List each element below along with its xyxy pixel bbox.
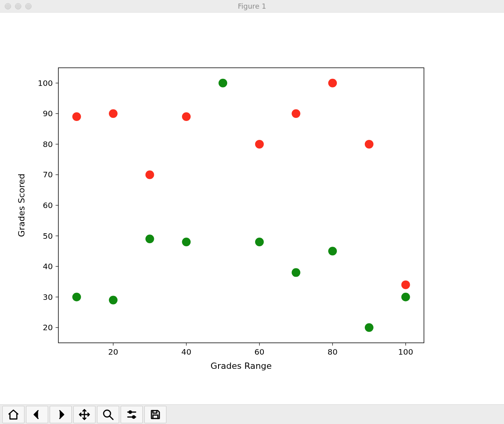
- configure-button[interactable]: [121, 406, 143, 423]
- svg-text:30: 30: [43, 292, 53, 302]
- scatter-point: [255, 238, 264, 246]
- zoom-button[interactable]: [97, 406, 119, 423]
- scatter-point: [365, 140, 373, 149]
- save-icon: [149, 409, 161, 420]
- window-close-button[interactable]: [5, 3, 11, 9]
- move-icon: [78, 409, 90, 420]
- scatter-point: [328, 247, 337, 256]
- svg-text:20: 20: [108, 347, 118, 357]
- scatter-point: [292, 268, 301, 277]
- svg-text:40: 40: [181, 347, 191, 357]
- svg-text:70: 70: [43, 170, 53, 180]
- back-button[interactable]: [26, 406, 48, 423]
- svg-text:60: 60: [43, 201, 53, 210]
- scatter-point: [109, 110, 118, 118]
- svg-point-31: [133, 416, 135, 418]
- y-axis-label: Grades Scored: [17, 174, 26, 237]
- sliders-icon: [126, 409, 138, 420]
- svg-text:100: 100: [38, 78, 53, 88]
- window-zoom-button[interactable]: [25, 3, 32, 9]
- plot-canvas[interactable]: 204060801002030405060708090100 Grades Ra…: [0, 13, 504, 404]
- home-button[interactable]: [2, 406, 24, 423]
- scatter-point: [146, 235, 154, 244]
- scatter-point: [401, 281, 410, 289]
- scatter-point: [401, 293, 410, 301]
- pan-button[interactable]: [73, 406, 95, 423]
- scatter-point: [182, 238, 190, 246]
- arrow-left-icon: [31, 409, 43, 420]
- scatter-point: [365, 323, 373, 332]
- scatter-point: [72, 293, 81, 301]
- scatter-point: [218, 79, 227, 87]
- x-axis-label: Grades Range: [211, 361, 272, 371]
- zoom-icon: [102, 409, 114, 420]
- scatter-point: [146, 171, 154, 179]
- svg-text:20: 20: [43, 323, 53, 332]
- svg-text:80: 80: [328, 347, 338, 357]
- svg-text:50: 50: [43, 231, 53, 241]
- window-titlebar: Figure 1: [0, 0, 504, 13]
- scatter-point: [292, 110, 301, 118]
- window-title: Figure 1: [0, 2, 504, 10]
- matplotlib-toolbar: [0, 404, 504, 424]
- svg-text:80: 80: [43, 139, 53, 149]
- scatter-point: [72, 112, 81, 121]
- arrow-right-icon: [55, 409, 67, 420]
- scatter-point: [255, 140, 264, 149]
- forward-button[interactable]: [50, 406, 72, 423]
- svg-text:100: 100: [398, 347, 413, 357]
- scatter-point: [328, 79, 337, 87]
- svg-text:60: 60: [254, 347, 264, 357]
- svg-text:90: 90: [43, 109, 53, 119]
- save-button[interactable]: [144, 406, 166, 423]
- svg-text:40: 40: [43, 262, 53, 271]
- scatter-point: [109, 296, 118, 305]
- window-minimize-button[interactable]: [15, 3, 21, 9]
- scatter-point: [182, 112, 190, 121]
- home-icon: [7, 409, 19, 420]
- svg-point-30: [129, 411, 131, 413]
